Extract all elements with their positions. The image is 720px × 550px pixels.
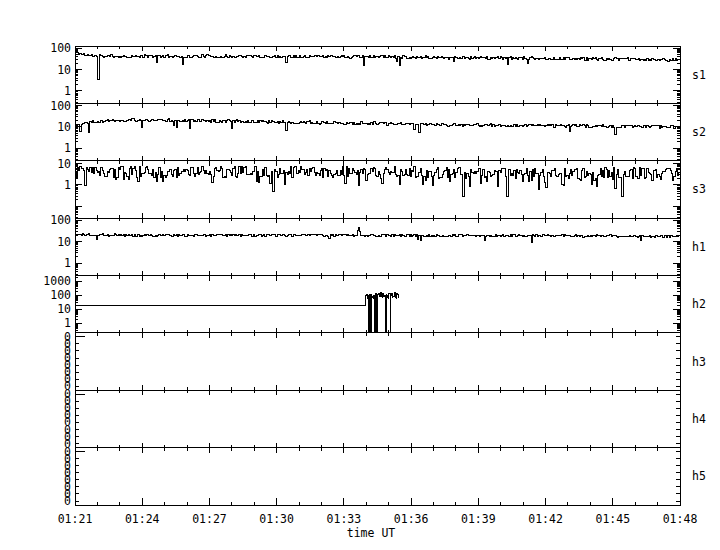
y-tick-label-s2: 100 — [50, 99, 71, 113]
xray-emission-figure: INTERBALL-Tail RF15-I HARD/SOFT X-RAY EM… — [0, 0, 720, 550]
y-tick-label-h1: 100 — [50, 213, 71, 227]
y-tick-label-s2: 1 — [64, 141, 71, 155]
y-tick-label-s3: 10 — [57, 157, 71, 171]
panel-label-s3: s3 — [692, 182, 706, 196]
x-tick-label: 01:21 — [58, 512, 93, 526]
x-tick-label: 01:45 — [595, 512, 630, 526]
x-tick-label: 01:33 — [327, 512, 362, 526]
y-tick-label-h2: 1 — [64, 316, 71, 330]
figure-background — [0, 0, 720, 550]
panel-label-s2: s2 — [692, 125, 706, 139]
y-tick-label-h1: 10 — [57, 235, 71, 249]
panel-label-h5: h5 — [692, 469, 706, 483]
y-tick-label-s2: 10 — [57, 120, 71, 134]
x-tick-label: 01:30 — [259, 512, 294, 526]
x-tick-label: 01:48 — [663, 512, 698, 526]
panel-label-h1: h1 — [692, 240, 706, 254]
y-tick-label-h2: 1000 — [43, 274, 71, 288]
y-tick-label-s1: 10 — [57, 63, 71, 77]
y-tick-label-s1: 100 — [50, 41, 71, 55]
x-tick-label: 01:36 — [394, 512, 429, 526]
x-tick-label: 01:24 — [125, 512, 160, 526]
panel-label-h4: h4 — [692, 412, 706, 426]
y-tick-label-s3: 1 — [64, 178, 71, 192]
y-tick-label-h5: 0 — [64, 494, 71, 508]
plot-area: 100101s1100101s2101s3100101h11000100101h… — [0, 0, 720, 550]
x-tick-label: 01:27 — [192, 512, 227, 526]
x-tick-label: 01:39 — [461, 512, 496, 526]
panel-label-h2: h2 — [692, 297, 706, 311]
y-tick-label-h2: 100 — [50, 288, 71, 302]
x-axis-title: time UT — [347, 526, 396, 540]
y-tick-label-s1: 1 — [64, 84, 71, 98]
panel-label-s1: s1 — [692, 68, 706, 82]
panel-label-h3: h3 — [692, 355, 706, 369]
y-tick-label-h1: 1 — [64, 256, 71, 270]
x-tick-label: 01:42 — [528, 512, 563, 526]
y-tick-label-h2: 10 — [57, 302, 71, 316]
